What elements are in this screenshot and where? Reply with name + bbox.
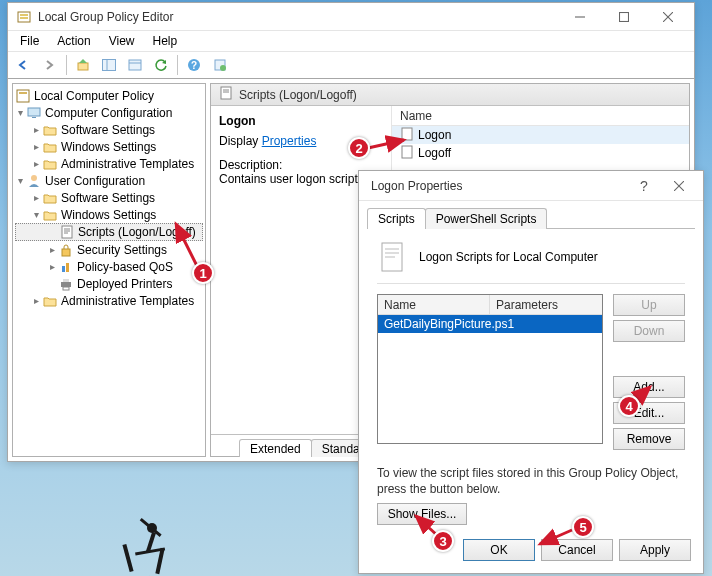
lock-icon: [58, 242, 74, 258]
tree-cc-admin[interactable]: ▸Administrative Templates: [15, 155, 203, 172]
svg-rect-38: [402, 146, 412, 158]
close-button[interactable]: [646, 3, 690, 30]
panel-heading: Logon Scripts for Local Computer: [419, 250, 598, 264]
down-button[interactable]: Down: [613, 320, 685, 342]
tree-uc-windows[interactable]: ▾Windows Settings: [15, 206, 203, 223]
folder-icon: [42, 207, 58, 223]
tree-cc-windows[interactable]: ▸Windows Settings: [15, 138, 203, 155]
dialog-close-button[interactable]: [659, 172, 699, 199]
filter-button[interactable]: [208, 54, 232, 76]
svg-rect-33: [61, 282, 71, 287]
tab-extended[interactable]: Extended: [239, 439, 312, 457]
svg-rect-32: [66, 263, 69, 272]
document-icon: [377, 241, 409, 273]
printer-icon: [58, 276, 74, 292]
minimize-button[interactable]: [558, 3, 602, 30]
forward-button[interactable]: [38, 54, 62, 76]
script-icon: [219, 86, 233, 103]
tree-pane[interactable]: Local Computer Policy ▾Computer Configur…: [12, 83, 206, 457]
show-files-button[interactable]: Show Files...: [377, 503, 467, 525]
svg-rect-24: [17, 90, 29, 102]
list-header-name[interactable]: Name: [392, 106, 689, 126]
menu-help[interactable]: Help: [145, 32, 186, 50]
up-button[interactable]: Up: [613, 294, 685, 316]
svg-rect-29: [62, 226, 72, 238]
svg-rect-4: [122, 544, 133, 572]
tree-uc-software[interactable]: ▸Software Settings: [15, 189, 203, 206]
maximize-button[interactable]: [602, 3, 646, 30]
qos-icon: [58, 259, 74, 275]
list-item-logoff[interactable]: Logoff: [392, 144, 689, 162]
tree-cc-software[interactable]: ▸Software Settings: [15, 121, 203, 138]
details-header: Scripts (Logon/Logoff): [211, 84, 689, 106]
tree-user-config[interactable]: ▾User Configuration: [15, 172, 203, 189]
folder-icon: [42, 122, 58, 138]
menu-action[interactable]: Action: [49, 32, 98, 50]
svg-rect-34: [63, 279, 69, 282]
apply-button[interactable]: Apply: [619, 539, 691, 561]
svg-rect-31: [62, 266, 65, 272]
svg-rect-10: [20, 17, 28, 19]
back-button[interactable]: [12, 54, 36, 76]
svg-rect-18: [129, 60, 141, 70]
window-title: Local Group Policy Editor: [38, 10, 558, 24]
properties-link[interactable]: Properties: [262, 134, 317, 148]
show-hide-tree-button[interactable]: [97, 54, 121, 76]
ok-button[interactable]: OK: [463, 539, 535, 561]
svg-rect-2: [140, 518, 162, 537]
svg-rect-9: [20, 14, 28, 16]
grid-row[interactable]: GetDailyBingPicture.ps1: [378, 315, 602, 333]
col-parameters[interactable]: Parameters: [490, 295, 564, 314]
folder-icon: [42, 139, 58, 155]
gpedit-icon: [16, 9, 32, 25]
cancel-button[interactable]: Cancel: [541, 539, 613, 561]
list-item-logon[interactable]: Logon: [392, 126, 689, 144]
toolbar: ?: [8, 51, 694, 79]
menu-view[interactable]: View: [101, 32, 143, 50]
folder-icon: [42, 293, 58, 309]
svg-point-28: [31, 175, 37, 181]
dialog-title: Logon Properties: [367, 179, 629, 193]
up-button[interactable]: [71, 54, 95, 76]
svg-rect-15: [78, 63, 88, 70]
tab-scripts[interactable]: Scripts: [367, 208, 426, 229]
add-button[interactable]: Add...: [613, 376, 685, 398]
policy-icon: [15, 88, 31, 104]
scripts-grid[interactable]: Name Parameters GetDailyBingPicture.ps1: [377, 294, 603, 444]
help-button[interactable]: ?: [629, 178, 659, 194]
menu-file[interactable]: File: [12, 32, 47, 50]
user-icon: [26, 173, 42, 189]
tree-security[interactable]: ▸Security Settings: [15, 241, 203, 258]
grid-header: Name Parameters: [378, 295, 602, 315]
svg-rect-30: [62, 249, 70, 256]
titlebar: Local Group Policy Editor: [8, 3, 694, 31]
tree-computer-config[interactable]: ▾Computer Configuration: [15, 104, 203, 121]
script-icon: [59, 224, 75, 240]
help-button[interactable]: ?: [182, 54, 206, 76]
dialog-tabs: Scripts PowerShell Scripts: [367, 207, 695, 229]
tree-printers[interactable]: Deployed Printers: [15, 275, 203, 292]
computer-icon: [26, 105, 42, 121]
svg-rect-35: [63, 287, 69, 290]
svg-rect-26: [28, 108, 40, 116]
remove-button[interactable]: Remove: [613, 428, 685, 450]
item-heading: Logon: [219, 114, 383, 128]
tree-root[interactable]: Local Computer Policy: [15, 87, 203, 104]
svg-rect-37: [402, 128, 412, 140]
edit-button[interactable]: Edit...: [613, 402, 685, 424]
export-button[interactable]: [123, 54, 147, 76]
refresh-button[interactable]: [149, 54, 173, 76]
col-name[interactable]: Name: [378, 295, 490, 314]
menubar: File Action View Help: [8, 31, 694, 51]
tree-uc-admin[interactable]: ▸Administrative Templates: [15, 292, 203, 309]
folder-icon: [42, 190, 58, 206]
dialog-titlebar: Logon Properties ?: [359, 171, 703, 201]
svg-rect-16: [103, 60, 116, 71]
tree-scripts[interactable]: Scripts (Logon/Logoff): [15, 223, 203, 241]
svg-rect-12: [620, 12, 629, 21]
tree-qos[interactable]: ▸Policy-based QoS: [15, 258, 203, 275]
svg-rect-25: [19, 92, 27, 94]
tab-powershell-scripts[interactable]: PowerShell Scripts: [425, 208, 548, 229]
script-icon: [400, 145, 414, 162]
svg-rect-1: [146, 532, 156, 552]
